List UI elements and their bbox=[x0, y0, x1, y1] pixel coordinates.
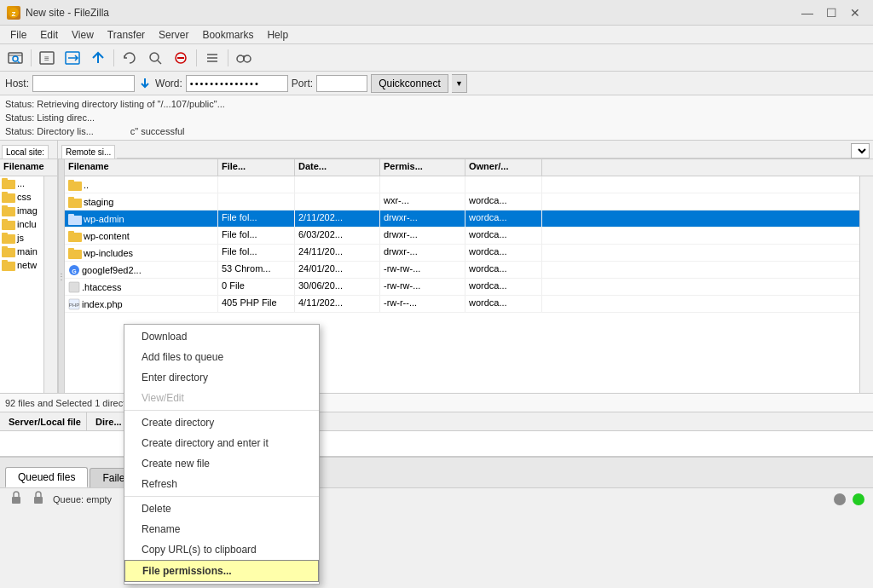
toolbar-btn-6[interactable] bbox=[200, 47, 224, 69]
remote-table-header: Filename File... Date... Permis... Owner… bbox=[65, 159, 873, 176]
svg-text:PHP: PHP bbox=[69, 303, 79, 308]
app-title: New site - FileZilla bbox=[26, 7, 109, 19]
col-filename[interactable]: Filename bbox=[65, 159, 218, 176]
port-input[interactable] bbox=[316, 75, 367, 92]
status-area: Status: Retrieving directory listing of … bbox=[0, 95, 873, 141]
col-owner[interactable]: Owner/... bbox=[465, 159, 542, 176]
svg-text:≡: ≡ bbox=[44, 54, 49, 63]
status-line-2: Status: Listing direc... bbox=[5, 111, 868, 124]
svg-rect-34 bbox=[68, 199, 82, 208]
svg-rect-33 bbox=[68, 180, 74, 182]
download-arrow-icon bbox=[138, 77, 152, 90]
menu-transfer[interactable]: Transfer bbox=[101, 27, 152, 43]
svg-rect-44 bbox=[69, 282, 79, 292]
context-menu: Download Add files to queue Enter direct… bbox=[124, 324, 320, 585]
table-row[interactable]: wp-includes File fol... 24/11/20... drwx… bbox=[65, 245, 873, 262]
toolbar-btn-3[interactable] bbox=[61, 47, 84, 69]
ctx-delete[interactable]: Delete bbox=[124, 499, 319, 519]
svg-rect-37 bbox=[68, 214, 74, 216]
lock-icon-1 bbox=[9, 490, 24, 508]
window-controls: — ☐ ✕ bbox=[796, 4, 866, 21]
password-label: Word: bbox=[155, 78, 182, 89]
menu-server[interactable]: Server bbox=[152, 27, 195, 43]
local-site-tab[interactable]: Local site: bbox=[2, 145, 49, 159]
quickconnect-button[interactable]: Quickconnect bbox=[371, 74, 448, 93]
svg-rect-19 bbox=[2, 178, 8, 181]
ctx-create-directory-enter[interactable]: Create directory and enter it bbox=[124, 433, 319, 453]
svg-rect-47 bbox=[12, 497, 20, 504]
panel-splitter[interactable]: ⋮ bbox=[58, 159, 65, 393]
menu-edit[interactable]: Edit bbox=[33, 27, 65, 43]
menu-bookmarks[interactable]: Bookmarks bbox=[195, 27, 260, 43]
ctx-rename[interactable]: Rename bbox=[124, 519, 319, 539]
table-row[interactable]: PHPindex.php 405 PHP File 4/11/202... -r… bbox=[65, 296, 873, 313]
local-panel-header: Filename bbox=[0, 159, 57, 176]
maximize-button[interactable]: ☐ bbox=[820, 4, 842, 21]
local-panel-scrollbar[interactable] bbox=[43, 176, 57, 393]
svg-point-16 bbox=[244, 55, 251, 62]
quickconnect-dropdown[interactable]: ▼ bbox=[452, 74, 467, 93]
svg-point-8 bbox=[150, 53, 159, 61]
ctx-add-to-queue[interactable]: Add files to queue bbox=[124, 347, 319, 367]
ctx-download[interactable]: Download bbox=[124, 326, 319, 347]
svg-rect-48 bbox=[34, 497, 43, 504]
menu-view[interactable]: View bbox=[65, 27, 101, 43]
host-input[interactable] bbox=[32, 75, 135, 92]
toolbar-binoculars[interactable] bbox=[232, 47, 256, 69]
status-dot-1 bbox=[834, 493, 846, 505]
status-dot-2 bbox=[853, 493, 864, 505]
svg-rect-27 bbox=[2, 233, 8, 235]
col-date[interactable]: Date... bbox=[295, 159, 380, 176]
table-row[interactable]: wp-content File fol... 6/03/202... drwxr… bbox=[65, 228, 873, 245]
menu-file[interactable]: File bbox=[3, 27, 33, 43]
toolbar-sep-2 bbox=[113, 49, 114, 66]
svg-line-9 bbox=[158, 61, 161, 64]
table-row[interactable]: .htaccess 0 File 30/06/20... -rw-rw-... … bbox=[65, 279, 873, 296]
local-panel: Filename ... css imag inclu js bbox=[0, 159, 58, 393]
status-line-3: Status: Directory lis... c" successful bbox=[5, 124, 868, 138]
col-permissions[interactable]: Permis... bbox=[380, 159, 465, 176]
close-button[interactable]: ✕ bbox=[844, 4, 866, 21]
title-bar: Z New site - FileZilla — ☐ ✕ bbox=[0, 0, 873, 26]
password-input[interactable] bbox=[186, 75, 288, 92]
connection-bar: Host: Word: Port: Quickconnect ▼ bbox=[0, 72, 873, 95]
toolbar-btn-5[interactable] bbox=[143, 47, 167, 69]
svg-rect-20 bbox=[2, 193, 15, 203]
svg-rect-35 bbox=[68, 197, 74, 199]
ctx-view-edit: View/Edit bbox=[124, 388, 319, 408]
ctx-create-new-file[interactable]: Create new file bbox=[124, 453, 319, 474]
svg-rect-28 bbox=[2, 248, 15, 257]
status-footer-text: 92 files and Selected 1 directory. bbox=[5, 398, 141, 408]
remote-site-tab[interactable]: Remote si... bbox=[61, 145, 115, 159]
table-row[interactable]: staging wxr-... wordca... bbox=[65, 193, 873, 210]
table-row[interactable]: Ggooglef9ed2... 53 Chrom... 24/01/20... … bbox=[65, 262, 873, 279]
lock-icon-2 bbox=[31, 490, 46, 508]
col-filesize[interactable]: File... bbox=[218, 159, 295, 176]
remote-panel-scrollbar[interactable] bbox=[859, 176, 873, 393]
svg-rect-22 bbox=[2, 207, 15, 216]
ctx-copy-url[interactable]: Copy URL(s) to clipboard bbox=[124, 539, 319, 560]
ctx-create-directory[interactable]: Create directory bbox=[124, 412, 319, 433]
table-row[interactable]: wp-admin File fol... 2/11/202... drwxr-.… bbox=[65, 210, 873, 228]
toolbar-sep-1 bbox=[31, 49, 32, 66]
toolbar-new-site[interactable] bbox=[3, 47, 27, 69]
toolbar-cancel[interactable] bbox=[169, 47, 193, 69]
svg-text:G: G bbox=[72, 268, 77, 274]
toolbar-btn-2[interactable]: ≡ bbox=[35, 47, 59, 69]
svg-rect-39 bbox=[68, 231, 74, 233]
toolbar-refresh[interactable] bbox=[118, 47, 142, 69]
ctx-refresh[interactable]: Refresh bbox=[124, 474, 319, 494]
toolbar-btn-4[interactable] bbox=[86, 47, 110, 69]
tab-queued-files[interactable]: Queued files bbox=[5, 467, 88, 487]
svg-rect-38 bbox=[68, 233, 82, 242]
svg-rect-21 bbox=[2, 192, 8, 194]
table-row[interactable]: .. bbox=[65, 176, 873, 193]
menu-help[interactable]: Help bbox=[260, 27, 295, 43]
minimize-button[interactable]: — bbox=[796, 4, 818, 21]
port-label: Port: bbox=[292, 78, 313, 89]
queue-col-server: Server/Local file bbox=[3, 412, 87, 430]
ctx-enter-directory[interactable]: Enter directory bbox=[124, 367, 319, 388]
remote-path-dropdown[interactable] bbox=[851, 143, 870, 159]
ctx-sep-1 bbox=[124, 410, 319, 411]
ctx-file-permissions[interactable]: File permissions... bbox=[124, 560, 319, 582]
